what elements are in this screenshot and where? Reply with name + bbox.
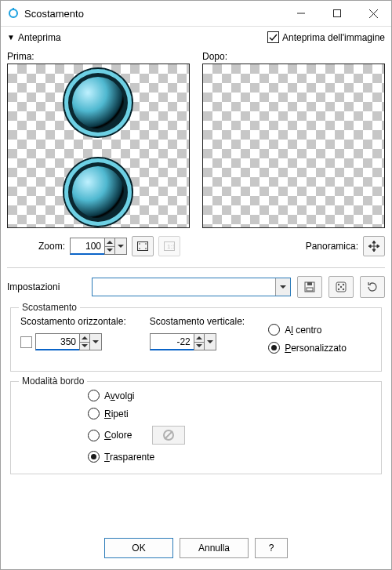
image-preview-label: Anteprima dell'immagine [282,32,385,43]
edge-mode-legend: Modalità bordo [19,376,87,387]
center-radio-label: Al centro [285,325,321,336]
horizontal-offset-dropdown[interactable] [89,333,102,350]
before-label: Prima: [7,51,190,62]
svg-marker-15 [372,241,376,243]
wrap-radio-label: Avvolgi [104,390,134,401]
custom-radio-label: Personalizzato [285,343,347,354]
zoom-dropdown[interactable] [114,238,127,255]
svg-point-0 [9,9,17,17]
preview-header: ▼ Anteprima Anteprima dell'immagine [7,31,385,43]
chevron-down-icon[interactable] [80,342,89,350]
preview-panes: Prima: Dopo: [7,51,385,228]
zoom-label: Zoom: [38,241,65,252]
before-preview[interactable] [7,64,190,228]
svg-rect-21 [307,288,313,291]
horizontal-offset-input[interactable] [35,333,79,350]
offset-legend: Scostamento [19,302,80,313]
zoom-row: Zoom: 1:1 Panoramica: [7,236,385,256]
save-preset-button[interactable] [297,276,322,298]
close-button[interactable] [355,1,391,26]
svg-rect-3 [334,10,341,17]
chevron-up-icon[interactable] [80,334,89,342]
svg-rect-1 [13,8,14,10]
divider [7,267,385,268]
svg-rect-20 [307,282,312,285]
radio-icon [88,451,100,463]
svg-point-10 [145,248,147,249]
preset-field[interactable] [93,278,275,296]
svg-marker-18 [377,245,379,248]
svg-point-23 [338,284,339,285]
repeat-radio[interactable]: Ripeti [88,408,185,419]
svg-line-29 [165,431,172,439]
radio-icon [88,390,100,401]
random-preset-button[interactable] [328,276,354,298]
zoom-spinner[interactable] [70,238,127,255]
maximize-button[interactable] [319,1,355,26]
horizontal-offset-spinner[interactable] [35,333,102,350]
offset-group: Scostamento Scostamento orizzontale: Sco [10,307,382,372]
radio-icon [268,342,280,354]
transparent-radio[interactable]: Trasparente [88,451,185,463]
window-title: Scostamento [24,8,84,20]
svg-text:1:1: 1:1 [167,243,175,250]
reset-preset-button[interactable] [360,276,385,298]
preview-toggle-label[interactable]: Anteprima [18,32,61,43]
color-radio[interactable]: Colore [88,426,185,445]
after-label: Dopo: [202,51,385,62]
vertical-offset-label: Scostamento verticale: [150,316,245,327]
minimize-button[interactable] [283,1,319,26]
vertical-offset-dropdown[interactable] [204,333,216,350]
dialog-window: Scostamento ▼ Anteprima Anteprima dell'i… [0,0,392,570]
ok-button[interactable]: OK [104,538,173,558]
svg-point-26 [338,289,339,290]
custom-radio[interactable]: Personalizzato [268,342,347,354]
svg-marker-17 [368,245,371,248]
settings-row: Impostazioni [7,276,385,298]
svg-point-25 [340,286,342,288]
chevron-down-icon[interactable] [194,342,204,350]
repeat-radio-label: Ripeti [104,408,129,419]
svg-point-7 [139,243,140,245]
edge-mode-group: Modalità bordo Avvolgi Ripeti Colore [10,381,382,474]
chevron-up-icon[interactable] [194,334,204,342]
collapse-icon[interactable]: ▼ [7,33,15,42]
wrap-radio[interactable]: Avvolgi [88,390,185,401]
svg-point-27 [343,289,344,290]
vertical-offset-input[interactable] [150,333,194,350]
zoom-up-icon[interactable] [105,238,114,246]
preset-combo[interactable] [92,278,291,296]
pan-button[interactable] [363,236,385,256]
svg-rect-6 [138,242,148,251]
color-swatch[interactable] [152,426,185,445]
radio-icon [88,430,100,441]
svg-point-24 [343,284,344,285]
zoom-down-icon[interactable] [105,246,114,255]
vertical-offset-spinner[interactable] [150,333,216,350]
pan-label: Panoramica: [306,241,358,252]
dialog-buttons: OK Annulla ? [7,528,385,569]
titlebar: Scostamento [1,1,391,27]
color-radio-label: Colore [104,430,132,441]
app-icon [7,7,20,20]
center-radio[interactable]: Al centro [268,324,347,336]
svg-marker-16 [372,249,376,252]
image-preview-checkbox[interactable] [267,31,279,43]
zoom-spin-buttons[interactable] [104,238,114,255]
settings-label: Impostazioni [7,281,85,292]
after-preview[interactable] [202,64,385,228]
horizontal-offset-label: Scostamento orizzontale: [20,316,126,327]
cancel-button[interactable]: Annulla [180,538,249,558]
svg-point-9 [139,248,140,249]
actual-size-button[interactable]: 1:1 [158,236,180,256]
preset-dropdown-icon[interactable] [275,278,290,296]
svg-point-8 [145,243,147,245]
help-button[interactable]: ? [255,538,288,558]
fit-window-button[interactable] [132,236,154,256]
transparent-radio-label: Trasparente [104,452,154,463]
radio-icon [268,324,280,336]
zoom-input[interactable] [70,238,104,255]
horizontal-lock-checkbox[interactable] [20,336,32,348]
radio-icon [88,408,100,419]
